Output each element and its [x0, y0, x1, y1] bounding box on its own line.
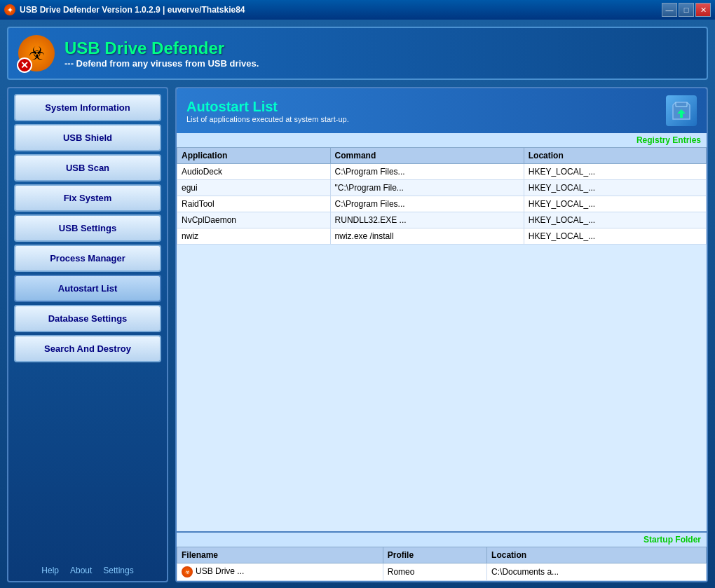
help-link[interactable]: Help	[41, 566, 59, 575]
registry-table: Application Command Location AudioDeck C…	[177, 147, 707, 245]
startup-cell-location: C:\Documents a...	[487, 563, 707, 581]
sidebar-item-process-manager[interactable]: Process Manager	[14, 245, 161, 272]
about-link[interactable]: About	[70, 566, 92, 575]
startup-col-location: Location	[487, 547, 707, 563]
registry-table-wrapper[interactable]: Application Command Location AudioDeck C…	[177, 147, 707, 531]
registry-cell-application: AudioDeck	[177, 164, 331, 180]
sidebar-item-system-information[interactable]: System Information	[14, 94, 161, 121]
registry-table-row[interactable]: nwiz nwiz.exe /install HKEY_LOCAL_...	[177, 228, 707, 245]
settings-link[interactable]: Settings	[103, 566, 133, 575]
close-button[interactable]: ✕	[695, 3, 711, 17]
sidebar-item-autostart-list[interactable]: Autostart List	[14, 275, 161, 302]
registry-table-row[interactable]: egui "C:\Program File... HKEY_LOCAL_...	[177, 180, 707, 196]
title-bar-left: ✦ USB Drive Defender Version 1.0.2.9 | e…	[4, 4, 245, 15]
startup-label: Startup Folder	[177, 533, 707, 547]
registry-table-row[interactable]: AudioDeck C:\Program Files... HKEY_LOCAL…	[177, 164, 707, 180]
sidebar-item-usb-settings[interactable]: USB Settings	[14, 214, 161, 242]
window-title: USB Drive Defender Version 1.0.2.9 | euv…	[20, 5, 245, 15]
minimize-button[interactable]: —	[662, 3, 677, 17]
window-controls: — □ ✕	[662, 3, 711, 17]
registry-cell-location: HKEY_LOCAL_...	[524, 228, 706, 245]
main-window: ☣ ✕ USB Drive Defender --- Defend from a…	[0, 20, 715, 588]
content-header-text: Autostart List List of applications exec…	[186, 99, 349, 123]
col-application: Application	[177, 148, 331, 164]
panel-title: Autostart List	[186, 99, 349, 115]
sidebar: System Information USB Shield USB Scan F…	[7, 87, 168, 582]
col-location: Location	[524, 148, 706, 164]
startup-row-icon: ☣	[182, 566, 193, 577]
sidebar-item-fix-system[interactable]: Fix System	[14, 184, 161, 212]
registry-cell-location: HKEY_LOCAL_...	[524, 180, 706, 196]
x-badge-icon: ✕	[17, 57, 32, 73]
registry-table-row[interactable]: RaidTool C:\Program Files... HKEY_LOCAL_…	[177, 196, 707, 212]
registry-cell-command: "C:\Program File...	[330, 180, 524, 196]
startup-section: Startup Folder Filename Profile Location	[177, 531, 707, 581]
registry-cell-application: nwiz	[177, 228, 331, 245]
registry-cell-command: nwiz.exe /install	[330, 228, 524, 245]
registry-table-row[interactable]: NvCplDaemon RUNDLL32.EXE ... HKEY_LOCAL_…	[177, 212, 707, 228]
header-icon-container: ☣ ✕	[18, 35, 55, 71]
registry-cell-application: NvCplDaemon	[177, 212, 331, 228]
panel-subtitle: List of applications executed at system …	[186, 115, 349, 123]
content-area: System Information USB Shield USB Scan F…	[7, 87, 708, 582]
app-title-icon: ✦	[4, 4, 15, 15]
sidebar-footer: Help About Settings	[14, 561, 161, 575]
startup-table-row[interactable]: ☣USB Drive ... Romeo C:\Documents a...	[177, 563, 707, 581]
title-bar: ✦ USB Drive Defender Version 1.0.2.9 | e…	[0, 0, 715, 20]
registry-cell-location: HKEY_LOCAL_...	[524, 212, 706, 228]
sidebar-item-search-and-destroy[interactable]: Search And Destroy	[14, 335, 161, 362]
app-name: USB Drive Defender	[64, 39, 259, 58]
app-tagline: --- Defend from any viruses from USB dri…	[64, 58, 259, 69]
startup-table-header-row: Filename Profile Location	[177, 547, 707, 563]
startup-col-profile: Profile	[383, 547, 486, 563]
sidebar-item-usb-shield[interactable]: USB Shield	[14, 124, 161, 151]
sidebar-item-database-settings[interactable]: Database Settings	[14, 305, 161, 332]
startup-table: Filename Profile Location ☣USB Drive ...…	[177, 547, 707, 581]
startup-table-wrapper[interactable]: Filename Profile Location ☣USB Drive ...…	[177, 547, 707, 581]
autostart-icon	[670, 100, 693, 122]
maximize-button[interactable]: □	[679, 3, 694, 17]
registry-section: Registry Entries Application Command Loc…	[177, 133, 707, 531]
registry-cell-application: egui	[177, 180, 331, 196]
registry-cell-command: C:\Program Files...	[330, 196, 524, 212]
registry-label: Registry Entries	[177, 133, 707, 147]
startup-cell-filename: ☣USB Drive ...	[177, 563, 383, 581]
registry-cell-location: HKEY_LOCAL_...	[524, 164, 706, 180]
registry-cell-application: RaidTool	[177, 196, 331, 212]
app-header: ☣ ✕ USB Drive Defender --- Defend from a…	[7, 27, 708, 80]
panel-icon	[666, 95, 697, 126]
registry-table-header-row: Application Command Location	[177, 148, 707, 164]
content-header: Autostart List List of applications exec…	[177, 88, 707, 133]
registry-cell-command: RUNDLL32.EXE ...	[330, 212, 524, 228]
startup-cell-profile: Romeo	[383, 563, 486, 581]
col-command: Command	[330, 148, 524, 164]
registry-cell-command: C:\Program Files...	[330, 164, 524, 180]
sidebar-item-usb-scan[interactable]: USB Scan	[14, 154, 161, 182]
header-text: USB Drive Defender --- Defend from any v…	[64, 39, 259, 69]
main-content-panel: Autostart List List of applications exec…	[175, 87, 708, 582]
startup-col-filename: Filename	[177, 547, 383, 563]
registry-cell-location: HKEY_LOCAL_...	[524, 196, 706, 212]
